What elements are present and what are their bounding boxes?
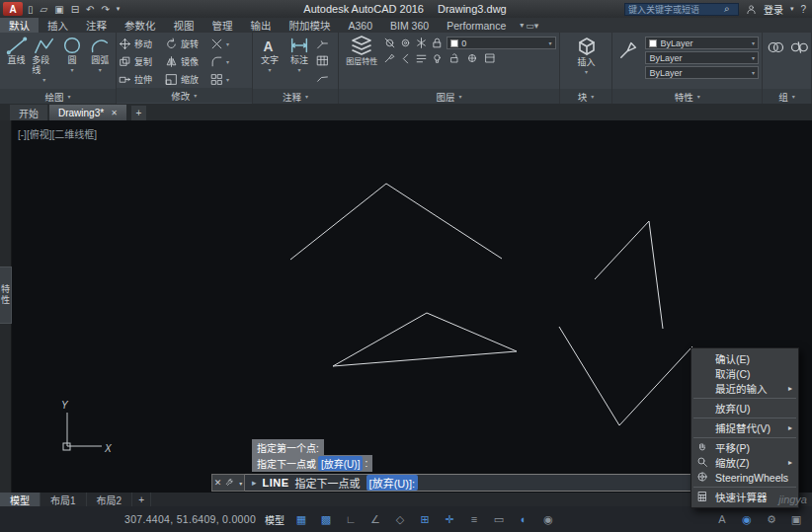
properties-palette-tab[interactable]: 特性 <box>0 266 12 324</box>
menu-item-cancel[interactable]: 取消(C) <box>691 366 798 381</box>
layer-thaw-icon[interactable] <box>466 52 478 64</box>
match-properties-tool[interactable] <box>616 35 642 89</box>
transparency-toggle-icon[interactable]: ▭ <box>491 513 507 526</box>
redo-icon[interactable]: ↷ <box>101 4 109 15</box>
model-space-button[interactable]: 模型 <box>265 512 284 527</box>
ribbon-tab-performance[interactable]: Performance <box>438 18 515 33</box>
rotate-tool[interactable]: 旋转 <box>163 35 208 52</box>
layer-match-icon[interactable] <box>383 52 396 65</box>
scale-tool[interactable]: 缩放 <box>163 70 208 88</box>
trim-tool[interactable]: ▾ <box>208 35 244 52</box>
undo-icon[interactable]: ↶ <box>86 4 94 15</box>
layer-combo-caret-icon[interactable]: ▾ <box>549 39 552 46</box>
ribbon-tab-manage[interactable]: 管理 <box>203 18 242 33</box>
search-icon[interactable]: ⌕ <box>719 3 735 15</box>
help-icon[interactable]: ? <box>800 4 806 15</box>
user-icon[interactable] <box>746 4 757 15</box>
layer-select-combo[interactable]: 0 ▾ <box>447 37 555 49</box>
text-caret-icon[interactable]: ▾ <box>269 67 272 74</box>
text-tool[interactable]: A 文字 ▾ <box>257 35 284 89</box>
ribbon-tab-output[interactable]: 输出 <box>242 18 281 33</box>
object-track-icon[interactable]: ✛ <box>442 513 457 526</box>
mirror-tool[interactable]: 镜像 <box>163 52 208 70</box>
command-close-icon[interactable]: ✕ <box>214 478 222 488</box>
linetype-caret-icon[interactable]: ▾ <box>752 54 755 61</box>
close-tab-icon[interactable]: ✕ <box>111 109 118 117</box>
arc-caret-icon[interactable]: ▾ <box>99 67 102 74</box>
layer-walk-icon[interactable] <box>415 52 428 65</box>
new-file-icon[interactable]: ▯ <box>28 4 34 15</box>
dimension-tool[interactable]: 标注 ▾ <box>286 35 313 89</box>
prompt2-option[interactable]: [放弃(U)] <box>318 456 363 471</box>
stretch-tool[interactable]: 拉伸 <box>117 70 163 88</box>
layer-prev-icon[interactable] <box>399 52 412 65</box>
insert-block-tool[interactable]: 插入 ▾ <box>570 35 604 89</box>
circle-caret-icon[interactable]: ▾ <box>71 67 74 74</box>
sign-in-button[interactable]: 登录 <box>764 2 783 17</box>
ribbon-tab-home[interactable]: 默认 <box>0 18 39 33</box>
layer-isolate-icon[interactable] <box>399 37 412 49</box>
fillet-caret-icon[interactable]: ▾ <box>226 58 229 65</box>
menu-item-confirm[interactable]: 确认(E) <box>691 351 798 366</box>
table-icon[interactable] <box>316 54 329 67</box>
circle-tool[interactable]: 圆 ▾ <box>60 35 85 89</box>
annotation-visibility-icon[interactable]: A <box>714 513 730 525</box>
annotation-autoscale-icon[interactable]: ◉ <box>739 513 755 526</box>
polyline-caret-icon[interactable]: ▾ <box>42 77 45 84</box>
osnap-toggle-icon[interactable]: ⊞ <box>417 513 433 526</box>
insert-caret-icon[interactable]: ▾ <box>585 69 588 76</box>
app-menu-button[interactable]: A <box>3 2 23 16</box>
array-tool[interactable]: ▾ <box>208 70 244 88</box>
ribbon-tab-view[interactable]: 视图 <box>165 18 203 33</box>
dynamic-input-icon[interactable]: ◐ <box>516 513 531 525</box>
command-customize-wrench-icon[interactable] <box>225 478 235 488</box>
menu-item-steeringwheels[interactable]: SteeringWheels <box>691 470 798 485</box>
panel-properties-label[interactable]: 特性▾ <box>612 89 762 104</box>
move-tool[interactable]: 移动 <box>117 35 163 52</box>
help-search-input[interactable]: 键入关键字或短语 ⌕ <box>624 3 739 16</box>
file-tab-drawing3[interactable]: Drawing3* ✕ <box>49 105 126 120</box>
leader-icon[interactable] <box>316 38 329 50</box>
new-layout-button[interactable]: + <box>132 493 151 506</box>
menu-item-zoom[interactable]: 缩放(Z) ▸ <box>691 455 798 470</box>
clean-screen-icon[interactable]: ▣ <box>788 513 804 526</box>
panel-group-label[interactable]: 组▾ <box>763 89 811 104</box>
ribbon-tab-annotate[interactable]: 注释 <box>77 18 116 33</box>
workspace-gear-icon[interactable]: ⚙ <box>764 513 779 526</box>
trim-caret-icon[interactable]: ▾ <box>226 40 229 47</box>
object-color-caret-icon[interactable]: ▾ <box>752 39 755 46</box>
viewport-controls[interactable]: [-][俯视][二维线框] <box>18 126 97 141</box>
isodraft-icon[interactable]: ◇ <box>392 513 408 526</box>
group-icon[interactable] <box>767 38 784 56</box>
lineweight-toggle-icon[interactable]: ≡ <box>466 513 482 525</box>
panel-annotate-label[interactable]: 注释▾ <box>253 89 339 104</box>
menu-item-undo[interactable]: 放弃(U) <box>691 401 798 416</box>
layer-state-icon[interactable] <box>484 52 496 64</box>
ribbon-tab-insert[interactable]: 插入 <box>39 18 77 33</box>
menu-item-recent-input[interactable]: 最近的输入▸ <box>691 381 798 396</box>
line-tool[interactable]: 直线 <box>4 35 29 89</box>
layout-tab-layout2[interactable]: 布局2 <box>87 493 133 506</box>
object-color-combo[interactable]: ByLayer ▾ <box>645 37 759 49</box>
command-option-undo[interactable]: [放弃(U)]: <box>366 475 418 491</box>
ribbon-tab-overflow-caret-icon[interactable]: ▾ <box>520 21 524 30</box>
multileader-icon[interactable] <box>316 71 329 84</box>
fillet-tool[interactable]: ▾ <box>208 52 244 70</box>
panel-modify-label[interactable]: 修改▾ <box>117 88 252 103</box>
plot-icon[interactable]: ⊟ <box>71 4 79 15</box>
selection-cycling-icon[interactable]: ◉ <box>540 513 556 526</box>
layout-tab-layout1[interactable]: 布局1 <box>41 493 87 506</box>
save-icon[interactable]: ▣ <box>54 4 63 15</box>
array-caret-icon[interactable]: ▾ <box>226 76 229 83</box>
layer-freeze-icon[interactable] <box>415 37 428 49</box>
layout-tab-model[interactable]: 模型 <box>0 493 41 506</box>
layer-properties-tool[interactable]: 图层特性 <box>343 35 380 89</box>
ribbon-tab-a360[interactable]: A360 <box>340 18 382 33</box>
arc-tool[interactable]: 圆弧 ▾ <box>88 35 113 89</box>
menu-item-pan[interactable]: 平移(P) <box>691 440 798 455</box>
layer-on-icon[interactable] <box>431 52 444 65</box>
layer-lock-icon[interactable] <box>431 37 444 49</box>
lineweight-caret-icon[interactable]: ▾ <box>752 69 755 76</box>
ribbon-tab-bim360[interactable]: BIM 360 <box>381 18 438 33</box>
snap-toggle-icon[interactable]: ▩ <box>318 513 334 526</box>
